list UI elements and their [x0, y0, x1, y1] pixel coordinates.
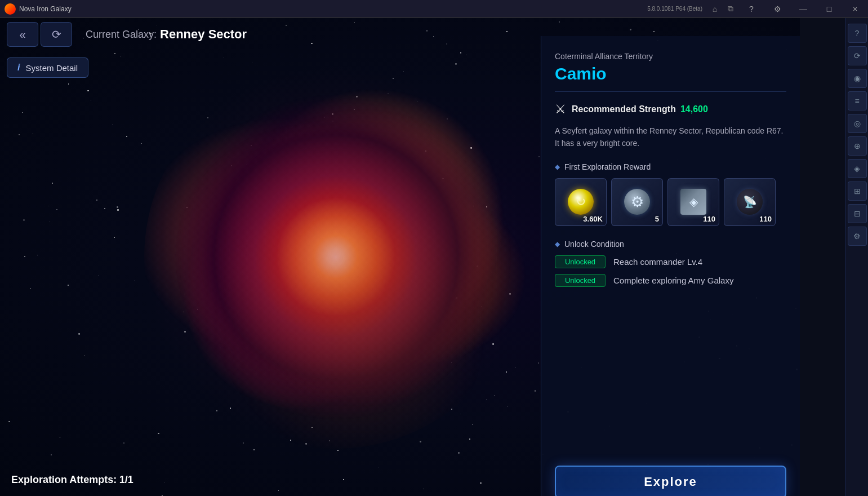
star — [48, 206, 49, 206]
star — [469, 439, 470, 440]
star — [23, 219, 25, 221]
refresh-button[interactable]: ⟳ — [41, 22, 72, 47]
minimize-button[interactable]: — — [790, 0, 816, 18]
unlock-condition-header: Unlock Condition — [555, 240, 786, 249]
star — [96, 200, 97, 201]
back-button[interactable]: « — [7, 22, 38, 47]
home-icon[interactable]: ⌂ — [709, 3, 720, 15]
planet-description: A Seyfert galaxy within the Renney Secto… — [555, 125, 786, 150]
star — [403, 71, 404, 72]
star — [538, 156, 540, 157]
sidebar-btn-2[interactable]: ◉ — [848, 69, 867, 88]
star — [112, 125, 113, 125]
crystal-icon: ◈ — [680, 189, 706, 215]
app-version: 5.8.0.1081 P64 (Beta) — [647, 6, 702, 12]
multi-icon[interactable]: ⧉ — [725, 3, 736, 15]
star — [91, 100, 91, 100]
star — [51, 454, 52, 455]
star — [164, 482, 164, 482]
explore-btn-container: Explore — [555, 454, 786, 496]
reward-count-satellite: 110 — [759, 215, 772, 223]
star — [114, 237, 114, 238]
unlock-desc-0: Reach commander Lv.4 — [613, 257, 702, 267]
sidebar-btn-8[interactable]: ⊟ — [848, 204, 867, 223]
help-button[interactable]: ? — [738, 0, 764, 18]
sidebar-btn-0[interactable]: ? — [848, 24, 867, 43]
app-icon — [5, 3, 16, 15]
reward-icon-crystal: ◈ — [679, 187, 708, 216]
territory-label: Coterminal Alliance Territory — [555, 52, 786, 61]
star — [508, 406, 508, 407]
star — [49, 221, 50, 222]
satellite-icon: 📡 — [737, 189, 763, 215]
star — [423, 489, 424, 489]
galaxy-name-label: Renney Sector — [160, 27, 247, 42]
reward-item-energy: 3.60K — [555, 178, 607, 226]
star — [216, 410, 217, 411]
star — [68, 83, 69, 84]
sidebar-btn-3[interactable]: ≡ — [848, 91, 867, 110]
unlock-badge-0: Unlocked — [555, 255, 606, 268]
star — [486, 400, 487, 400]
rec-strength-label: Recommended Strength — [572, 104, 676, 114]
reward-item-satellite: 📡 110 — [724, 178, 776, 226]
star — [24, 256, 25, 256]
unlock-condition-label: Unlock Condition — [564, 240, 624, 249]
reward-count-gear: 5 — [655, 215, 659, 223]
sidebar-btn-7[interactable]: ⊞ — [848, 181, 867, 201]
star — [379, 467, 379, 468]
reward-icon-gear: ⚙ — [622, 187, 652, 216]
star — [19, 134, 20, 135]
unlock-section: Unlock Condition Unlocked Reach commande… — [555, 240, 786, 293]
rec-strength-value: 14,600 — [680, 104, 708, 114]
star — [253, 449, 255, 450]
star — [337, 450, 338, 450]
star — [278, 490, 279, 491]
exploration-reward-label: First Exploration Reward — [564, 162, 651, 171]
star — [252, 63, 252, 63]
refresh-icon: ⟳ — [52, 28, 61, 41]
star — [455, 63, 457, 65]
star — [60, 437, 61, 438]
star — [52, 183, 53, 184]
star — [84, 355, 85, 356]
star — [538, 362, 539, 363]
star — [535, 390, 536, 391]
star — [224, 57, 225, 58]
star — [98, 276, 99, 276]
star — [458, 452, 460, 454]
star — [466, 55, 466, 55]
unlock-row-1: Unlocked Complete exploring Amy Galaxy — [555, 274, 786, 287]
star — [515, 367, 515, 368]
explore-button[interactable]: Explore — [555, 466, 786, 496]
star — [123, 442, 124, 444]
star — [87, 90, 88, 91]
reward-item-gear: ⚙ 5 — [611, 178, 663, 226]
sidebar-btn-5[interactable]: ⊕ — [848, 136, 867, 156]
sidebar-btn-6[interactable]: ◈ — [848, 159, 867, 178]
reward-count-crystal: 110 — [703, 215, 715, 223]
system-detail-button[interactable]: i System Detail — [7, 57, 88, 78]
sidebar-btn-1[interactable]: ⟳ — [848, 46, 867, 65]
sidebar-btn-4[interactable]: ◎ — [848, 114, 867, 133]
star — [78, 333, 80, 335]
reward-count-energy: 3.60K — [583, 215, 603, 223]
star — [126, 136, 127, 137]
star — [30, 288, 31, 289]
star — [158, 433, 159, 434]
settings-button[interactable]: ⚙ — [764, 0, 790, 18]
planet-name: Camio — [555, 64, 786, 92]
star — [56, 209, 57, 210]
star — [141, 143, 142, 144]
strength-icon: ⚔ — [555, 102, 566, 117]
sidebar-btn-9[interactable]: ⚙ — [848, 227, 867, 246]
close-button[interactable]: × — [842, 0, 868, 18]
unlock-badge-1: Unlocked — [555, 274, 606, 287]
exploration-reward-header: First Exploration Reward — [555, 162, 786, 171]
right-panel: Coterminal Alliance Territory Camio ⚔ Re… — [541, 36, 800, 496]
star — [33, 133, 33, 134]
right-sidebar: ? ⟳ ◉ ≡ ◎ ⊕ ◈ ⊞ ⊟ ⚙ — [845, 18, 868, 496]
gear-icon: ⚙ — [624, 189, 650, 215]
maximize-button[interactable]: □ — [816, 0, 842, 18]
star — [472, 424, 473, 425]
